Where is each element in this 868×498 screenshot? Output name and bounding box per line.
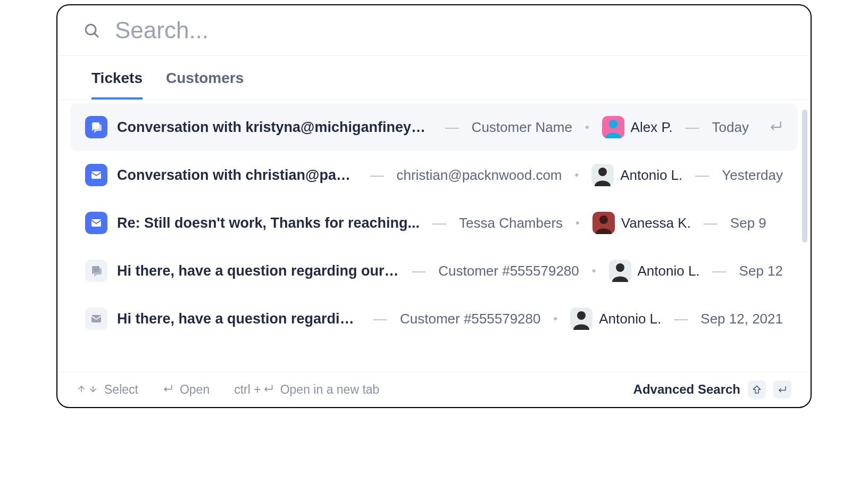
customer-name: Customer Name bbox=[472, 119, 572, 136]
customer-name: Tessa Chambers bbox=[459, 215, 563, 231]
separator-dot-icon: • bbox=[550, 312, 561, 326]
svg-point-11 bbox=[616, 263, 624, 272]
avatar bbox=[609, 260, 631, 282]
separator-dash-icon: — bbox=[442, 119, 462, 136]
avatar bbox=[602, 116, 624, 138]
separator-dash-icon: — bbox=[692, 167, 712, 184]
ticket-date: Sep 12, 2021 bbox=[700, 311, 783, 327]
chat-icon bbox=[85, 116, 107, 138]
avatar bbox=[592, 212, 615, 234]
assignee: Vanessa K. bbox=[592, 212, 691, 234]
scrollbar[interactable] bbox=[802, 110, 807, 243]
tab-tickets[interactable]: Tickets bbox=[91, 56, 143, 99]
separator-dash-icon: — bbox=[671, 311, 691, 327]
result-row[interactable]: Hi there, have a question regarding o...… bbox=[70, 295, 798, 343]
hint-open: Open bbox=[163, 383, 210, 397]
enter-icon bbox=[263, 383, 274, 397]
assignee: Alex P. bbox=[602, 116, 673, 138]
search-window: Tickets Customers Conversation with kris… bbox=[56, 4, 812, 408]
ticket-title: Hi there, have a question regarding o... bbox=[117, 311, 361, 327]
avatar bbox=[591, 164, 614, 186]
email-icon bbox=[85, 164, 107, 186]
result-row[interactable]: Conversation with christian@packn...—chr… bbox=[70, 151, 798, 199]
separator-dash-icon: — bbox=[370, 311, 390, 327]
avatar bbox=[570, 308, 592, 330]
email-icon bbox=[85, 308, 107, 330]
svg-point-6 bbox=[598, 168, 607, 176]
assignee-name: Vanessa K. bbox=[621, 215, 691, 231]
svg-point-9 bbox=[599, 215, 608, 224]
ticket-date: Sep 9 bbox=[730, 215, 766, 231]
separator-dash-icon: — bbox=[408, 263, 429, 279]
hint-select-label: Select bbox=[104, 383, 138, 397]
separator-dash-icon: — bbox=[682, 119, 703, 136]
assignee: Antonio L. bbox=[570, 308, 661, 330]
result-row[interactable]: Hi there, have a question regarding our … bbox=[70, 247, 798, 295]
search-input[interactable] bbox=[115, 17, 787, 44]
enter-icon bbox=[163, 383, 173, 397]
separator-dash-icon: — bbox=[429, 215, 449, 231]
tabs: Tickets Customers bbox=[57, 56, 811, 100]
tab-customers[interactable]: Customers bbox=[166, 56, 244, 99]
svg-line-1 bbox=[95, 34, 98, 37]
footer: Select Open ctrl + Open in a new tab Adv… bbox=[57, 371, 811, 407]
assignee-name: Alex P. bbox=[631, 119, 673, 136]
separator-dot-icon: • bbox=[582, 120, 592, 134]
search-bar bbox=[57, 5, 811, 56]
arrow-down-icon bbox=[88, 383, 98, 397]
ticket-title: Conversation with christian@packn... bbox=[117, 167, 357, 184]
chat-icon bbox=[85, 260, 107, 282]
customer-name: Customer #555579280 bbox=[438, 263, 579, 279]
email-icon bbox=[85, 212, 107, 234]
arrow-up-icon bbox=[77, 383, 86, 397]
shift-keycap bbox=[748, 380, 766, 399]
separator-dot-icon: • bbox=[572, 216, 583, 230]
ticket-date: Today bbox=[712, 119, 749, 136]
advanced-search-link[interactable]: Advanced Search bbox=[633, 382, 740, 397]
enter-keycap bbox=[773, 380, 791, 399]
separator-dot-icon: • bbox=[572, 168, 582, 182]
ticket-date: Yesterday bbox=[722, 167, 783, 184]
search-icon bbox=[83, 22, 100, 39]
customer-name: Customer #555579280 bbox=[400, 311, 541, 327]
separator-dash-icon: — bbox=[700, 215, 721, 231]
assignee-name: Antonio L. bbox=[620, 167, 682, 184]
ticket-title: Conversation with kristyna@michiganfiney… bbox=[117, 119, 432, 136]
result-row[interactable]: Re: Still doesn't work, Thanks for reach… bbox=[70, 199, 798, 247]
hint-newtab-prefix: ctrl + bbox=[234, 383, 261, 397]
assignee: Antonio L. bbox=[609, 260, 700, 282]
ticket-title: Re: Still doesn't work, Thanks for reach… bbox=[117, 215, 420, 231]
separator-dot-icon: • bbox=[589, 264, 599, 278]
hint-newtab: ctrl + Open in a new tab bbox=[234, 383, 379, 397]
result-row[interactable]: Conversation with kristyna@michiganfiney… bbox=[70, 103, 798, 151]
svg-point-14 bbox=[577, 311, 586, 320]
ticket-date: Sep 12 bbox=[739, 263, 783, 279]
customer-name: christian@packnwood.com bbox=[396, 167, 562, 184]
ticket-title: Hi there, have a question regarding our … bbox=[117, 263, 399, 279]
assignee-name: Antonio L. bbox=[638, 263, 700, 279]
separator-dash-icon: — bbox=[366, 167, 387, 184]
hint-open-label: Open bbox=[180, 383, 210, 397]
separator-dash-icon: — bbox=[710, 263, 730, 279]
hint-newtab-label: Open in a new tab bbox=[280, 383, 380, 397]
assignee: Antonio L. bbox=[591, 164, 682, 186]
assignee-name: Antonio L. bbox=[599, 311, 661, 327]
svg-point-3 bbox=[609, 120, 617, 128]
hint-select: Select bbox=[77, 383, 138, 397]
enter-icon bbox=[758, 119, 783, 135]
results-list: Conversation with kristyna@michiganfiney… bbox=[57, 100, 811, 371]
